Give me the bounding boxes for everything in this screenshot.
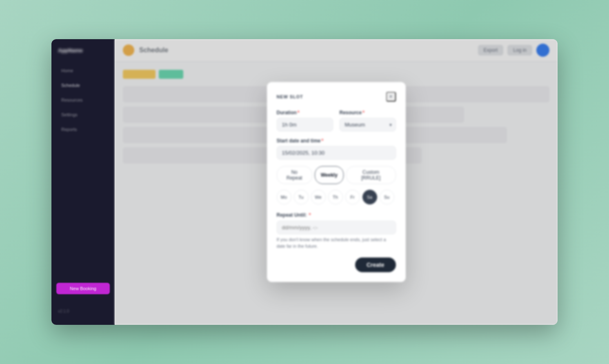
- start-datetime-label: Start date and time*: [277, 138, 396, 144]
- day-monday[interactable]: Mo: [277, 190, 291, 204]
- sidebar-logo: AppName: [51, 47, 115, 62]
- new-slot-modal: NEW SLOT × Duration* Resource*: [267, 82, 406, 282]
- sidebar-item-schedule[interactable]: Schedule: [55, 80, 111, 91]
- day-friday[interactable]: Fr: [345, 190, 360, 204]
- day-saturday[interactable]: Sa: [362, 190, 377, 204]
- duration-label: Duration*: [277, 110, 333, 115]
- resource-select-wrapper: Museum Gallery Auditorium ▾: [340, 118, 396, 131]
- browser-window: AppName Home Schedule Resources Settings…: [51, 39, 558, 325]
- hint-text: If you don't know when the schedule ends…: [277, 237, 396, 249]
- day-tuesday[interactable]: Tu: [294, 190, 309, 204]
- sidebar-cta-button[interactable]: New Booking: [56, 283, 110, 294]
- modal-footer: Create: [277, 257, 396, 272]
- resource-label: Resource*: [340, 110, 396, 115]
- sidebar-item-resources[interactable]: Resources: [55, 94, 111, 106]
- day-wednesday[interactable]: We: [311, 190, 326, 204]
- weekly-button[interactable]: Weekly: [315, 166, 344, 184]
- repeat-until-label: Repeat Until: *: [277, 212, 311, 218]
- modal-header: NEW SLOT ×: [277, 92, 396, 102]
- custom-rrule-button[interactable]: Custom [RRULE]: [346, 166, 396, 184]
- modal-close-button[interactable]: ×: [386, 92, 396, 102]
- no-repeat-button[interactable]: No Repeat: [277, 166, 312, 184]
- resource-select[interactable]: Museum Gallery Auditorium: [340, 118, 396, 131]
- create-button[interactable]: Create: [355, 257, 396, 272]
- repeat-until-input[interactable]: [277, 221, 396, 234]
- duration-field: Duration*: [277, 110, 333, 131]
- start-datetime-input[interactable]: [277, 146, 396, 160]
- sidebar-item-reports[interactable]: Reports: [55, 124, 111, 135]
- resource-field: Resource* Museum Gallery Auditorium ▾: [340, 110, 396, 131]
- repeat-buttons-group: No Repeat Weekly Custom [RRULE]: [277, 166, 396, 184]
- duration-input[interactable]: [277, 118, 333, 131]
- sidebar-item-settings[interactable]: Settings: [55, 109, 111, 120]
- start-datetime-field: Start date and time*: [277, 138, 396, 160]
- duration-resource-row: Duration* Resource* Museum Gallery A: [277, 110, 396, 131]
- repeat-until-section: Repeat Until: * If you don't know when t…: [277, 211, 396, 249]
- day-buttons-group: Mo Tu We Th Fr Sa Su: [277, 190, 396, 204]
- day-thursday[interactable]: Th: [328, 190, 343, 204]
- sidebar-item-home[interactable]: Home: [55, 65, 111, 76]
- main-content: Schedule Export Log in: [115, 39, 558, 325]
- day-sunday[interactable]: Su: [380, 190, 394, 204]
- sidebar-footer: v2.1.0: [51, 306, 115, 317]
- modal-overlay: NEW SLOT × Duration* Resource*: [115, 39, 558, 325]
- sidebar: AppName Home Schedule Resources Settings…: [51, 39, 115, 325]
- modal-title: NEW SLOT: [277, 94, 303, 99]
